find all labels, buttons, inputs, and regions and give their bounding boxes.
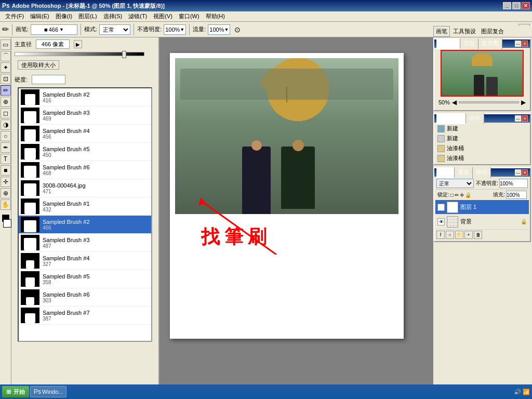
layer1-visibility-toggle[interactable]: 👁 xyxy=(437,204,445,211)
maximize-button[interactable]: □ xyxy=(512,2,521,9)
opacity-dropdown-icon[interactable]: ▼ xyxy=(180,27,184,32)
menu-edit[interactable]: 编辑(E) xyxy=(27,11,52,21)
zoom-out-icon[interactable]: ◀ xyxy=(452,99,457,106)
brush-list-item[interactable]: Sampled Brush #4327 xyxy=(19,252,151,270)
menu-window[interactable]: 窗口(W) xyxy=(176,11,203,21)
blend-mode-dropdown[interactable]: 正常 xyxy=(436,179,474,188)
tab-histogram[interactable]: 直方图 xyxy=(478,38,502,49)
brush-dropdown-icon[interactable]: ▼ xyxy=(59,27,64,32)
opacity-field[interactable]: 100% ▼ xyxy=(164,24,186,35)
crop-tool[interactable]: ⊡ xyxy=(1,74,11,84)
background-visibility-toggle[interactable]: 👁 xyxy=(437,218,445,225)
minimize-button[interactable]: _ xyxy=(503,2,511,9)
history-item-new-snapshot[interactable]: 新建 xyxy=(435,124,529,134)
layers-opacity-input[interactable] xyxy=(499,179,528,188)
navigator-close-button[interactable]: ✕ xyxy=(522,41,528,47)
use-sample-button[interactable]: 使用取样大小 xyxy=(18,60,59,70)
brush-list-item[interactable]: Sampled Brush #7387 xyxy=(19,307,151,325)
hand-tool[interactable]: ✋ xyxy=(1,200,11,210)
brush-tool[interactable]: ✏ xyxy=(1,85,11,96)
start-button[interactable]: ⊞ 开始 xyxy=(2,386,29,397)
tab-channels[interactable]: 通道 xyxy=(455,167,473,178)
brush-list-item[interactable]: Sampled Brush #5450 xyxy=(19,143,151,161)
layers-minimize-button[interactable]: — xyxy=(515,169,521,176)
layer-style-button[interactable]: f xyxy=(436,231,445,239)
brush-list[interactable]: Sampled Brush #2416Sampled Brush #3469Sa… xyxy=(18,87,152,342)
close-button[interactable]: ✕ xyxy=(522,2,530,9)
history-item-bucket2[interactable]: 油漆桶 xyxy=(435,153,529,163)
menu-view[interactable]: 视图(V) xyxy=(150,11,176,21)
background-color[interactable] xyxy=(3,219,11,228)
dodge-tool[interactable]: ○ xyxy=(1,131,11,141)
tab-history[interactable]: 历史记录 xyxy=(436,113,466,124)
panel-layercomp-btn[interactable]: 图层复合 xyxy=(479,26,506,36)
tab-layers[interactable]: 图层 xyxy=(436,167,455,178)
brush-list-item[interactable]: Sampled Brush #6468 xyxy=(19,161,151,179)
menu-filter[interactable]: 滤镜(T) xyxy=(125,11,150,21)
brush-list-item[interactable]: Sampled Brush #3487 xyxy=(19,234,151,252)
panel-brush-btn[interactable]: 画笔 xyxy=(433,26,450,37)
brush-list-item[interactable]: Sampled Brush #6303 xyxy=(19,288,151,307)
lock-paint-icon[interactable]: ✏ xyxy=(455,192,459,198)
tab-paths[interactable]: 路径 xyxy=(473,167,491,178)
lock-all-icon[interactable]: 🔒 xyxy=(465,192,471,198)
menu-file[interactable]: 文件(F) xyxy=(2,11,27,21)
eraser-tool[interactable]: ◻ xyxy=(1,108,11,118)
brush-list-item[interactable]: Sampled Brush #1432 xyxy=(19,197,151,216)
history-item-bucket1[interactable]: 油漆桶 xyxy=(435,143,529,153)
pen-tool[interactable]: ✒ xyxy=(1,142,11,153)
diameter-input[interactable]: 466 像素 xyxy=(36,39,70,49)
diameter-expand-button[interactable]: ▶ xyxy=(74,40,82,48)
menu-image[interactable]: 图像(I) xyxy=(52,11,75,21)
brush-list-item[interactable]: Sampled Brush #2466 xyxy=(19,216,151,234)
tab-info[interactable]: 信息 xyxy=(460,38,478,49)
menu-select[interactable]: 选择(S) xyxy=(100,11,126,21)
panel-toolsetting-btn[interactable]: 工具预设 xyxy=(451,26,478,36)
diameter-slider-thumb[interactable] xyxy=(122,51,126,58)
flow-dropdown-icon[interactable]: ▼ xyxy=(224,27,229,32)
brush-list-item[interactable]: Sampled Brush #3469 xyxy=(19,107,151,125)
navigator-minimize-button[interactable]: — xyxy=(515,41,521,47)
brush-list-item[interactable]: 3008-000464.jpg471 xyxy=(19,179,151,197)
new-layer-button[interactable]: + xyxy=(464,231,473,239)
fill-label: 填充: xyxy=(493,191,505,198)
taskbar-photoshop[interactable]: Ps Windo... xyxy=(30,386,66,397)
brush-list-item[interactable]: Sampled Brush #2416 xyxy=(19,88,151,107)
delete-layer-button[interactable]: 🗑 xyxy=(474,231,482,239)
new-group-button[interactable]: 📁 xyxy=(455,231,463,239)
brush-tool-icon[interactable]: ✏ xyxy=(2,24,9,34)
history-item-new[interactable]: 新建 xyxy=(435,134,529,143)
mode-dropdown[interactable]: 正常 xyxy=(99,24,130,35)
move-tool[interactable]: ✛ xyxy=(1,177,11,187)
brush-list-item[interactable]: Sampled Brush #4456 xyxy=(19,125,151,143)
layer-item-background[interactable]: 👁 背景 🔒 xyxy=(435,215,529,229)
flow-field[interactable]: 100% ▼ xyxy=(208,24,230,35)
brush-list-item[interactable]: Sampled Brush #5358 xyxy=(19,270,151,288)
layer-item-layer1[interactable]: 👁 图层 1 xyxy=(435,200,529,215)
shape-tool[interactable]: ■ xyxy=(1,165,11,176)
lock-move-icon[interactable]: ✛ xyxy=(460,192,464,198)
clone-tool[interactable]: ⊕ xyxy=(1,97,11,107)
menu-help[interactable]: 帮助(H) xyxy=(203,11,228,21)
airbrush-icon[interactable]: ⊙ xyxy=(234,25,241,34)
hardness-input[interactable] xyxy=(32,75,65,84)
text-tool[interactable]: T xyxy=(1,154,11,164)
history-close-button[interactable]: ✕ xyxy=(522,115,528,122)
history-minimize-button[interactable]: — xyxy=(515,115,521,122)
layer-mask-button[interactable]: ○ xyxy=(446,231,454,239)
brush-picker[interactable]: ■ 466 ▼ xyxy=(31,24,77,35)
tab-navigator[interactable]: 导航器 xyxy=(436,38,460,49)
lock-transparent-icon[interactable]: □ xyxy=(450,192,454,198)
zoom-in-icon[interactable]: ▶ xyxy=(521,99,526,106)
menu-layer[interactable]: 图层(L) xyxy=(75,11,100,21)
lasso-tool[interactable]: ⌒ xyxy=(1,51,11,61)
layers-close-button[interactable]: ✕ xyxy=(522,169,528,176)
zoom-tool[interactable]: ⊕ xyxy=(1,188,11,198)
tab-actions[interactable]: 动作 xyxy=(466,113,484,124)
selection-tool[interactable]: ▭ xyxy=(1,39,11,50)
diameter-slider-track[interactable] xyxy=(15,52,144,56)
zoom-slider[interactable] xyxy=(459,101,519,103)
magic-wand-tool[interactable]: ✦ xyxy=(1,62,11,73)
gradient-tool[interactable]: ◑ xyxy=(1,119,11,130)
fill-input[interactable] xyxy=(506,191,527,199)
